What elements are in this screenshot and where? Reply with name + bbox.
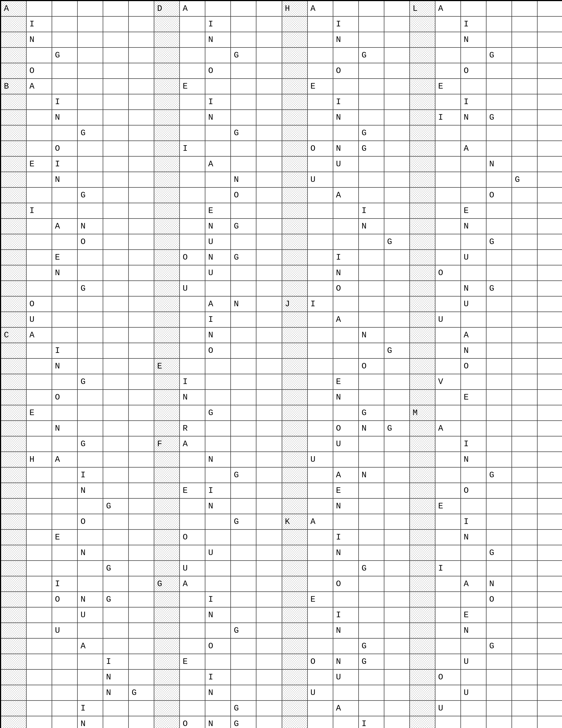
grid-cell — [384, 63, 410, 79]
grid-cell — [538, 701, 562, 716]
grid-cell — [180, 452, 205, 468]
grid-cell — [103, 48, 129, 63]
grid-cell — [257, 250, 282, 265]
grid-cell — [384, 219, 410, 234]
grid-cell — [180, 63, 205, 79]
grid-cell — [384, 701, 410, 716]
grid-cell — [384, 483, 410, 499]
grid-cell: G — [231, 701, 257, 716]
grid-cell — [154, 234, 180, 250]
grid-cell — [384, 390, 410, 405]
grid-cell — [180, 312, 205, 328]
grid-cell — [231, 499, 257, 514]
grid-cell — [410, 141, 435, 157]
grid-cell — [257, 110, 282, 125]
grid-cell: U — [205, 545, 231, 561]
grid-cell — [359, 452, 384, 468]
grid-cell — [129, 32, 154, 48]
grid-cell: O — [461, 63, 486, 79]
grid-cell — [410, 576, 435, 592]
grid-cell — [282, 623, 308, 639]
grid-cell — [282, 250, 308, 265]
grid-cell — [27, 343, 52, 359]
grid-cell: G — [359, 141, 384, 157]
grid-cell — [410, 483, 435, 499]
grid-cell: U — [52, 623, 78, 639]
grid-cell — [103, 203, 129, 219]
grid-cell — [282, 265, 308, 281]
grid-cell — [486, 125, 512, 141]
grid-cell — [461, 234, 486, 250]
grid-cell — [1, 63, 27, 79]
grid-cell — [410, 48, 435, 63]
grid-cell — [1, 374, 27, 390]
grid-cell — [410, 203, 435, 219]
grid-cell — [129, 483, 154, 499]
grid-cell: I — [52, 576, 78, 592]
grid-cell: G — [486, 545, 512, 561]
grid-cell — [359, 110, 384, 125]
grid-cell — [384, 157, 410, 172]
grid-cell — [282, 685, 308, 701]
grid-cell: N — [78, 716, 103, 728]
grid-cell — [231, 79, 257, 94]
grid-cell: I — [333, 530, 359, 545]
grid-cell — [257, 374, 282, 390]
grid-cell — [154, 374, 180, 390]
grid-cell — [538, 1, 562, 17]
grid-cell — [78, 623, 103, 639]
grid-cell: N — [359, 219, 384, 234]
grid-cell — [78, 157, 103, 172]
grid-cell — [359, 436, 384, 452]
grid-cell — [78, 359, 103, 374]
grid-cell — [154, 405, 180, 421]
grid-cell: I — [359, 203, 384, 219]
grid-cell — [205, 390, 231, 405]
grid-cell — [384, 265, 410, 281]
grid-cell — [52, 328, 78, 343]
grid-cell — [231, 530, 257, 545]
grid-cell: A — [52, 452, 78, 468]
grid-cell: G — [486, 234, 512, 250]
grid-cell — [308, 203, 333, 219]
grid-cell — [27, 188, 52, 203]
grid-cell — [78, 110, 103, 125]
grid-cell — [308, 639, 333, 654]
grid-cell: A — [461, 141, 486, 157]
grid-cell — [486, 530, 512, 545]
grid-cell — [154, 452, 180, 468]
grid-cell — [154, 219, 180, 234]
grid-cell — [333, 125, 359, 141]
grid-cell — [52, 514, 78, 530]
grid-cell: I — [461, 17, 486, 32]
grid-cell — [384, 48, 410, 63]
grid-cell: N — [333, 110, 359, 125]
grid-cell — [333, 172, 359, 188]
grid-cell — [410, 343, 435, 359]
grid-cell: C — [1, 328, 27, 343]
grid-cell — [538, 592, 562, 607]
grid-cell — [154, 499, 180, 514]
grid-cell — [103, 328, 129, 343]
grid-cell — [1, 670, 27, 685]
grid-cell — [103, 32, 129, 48]
grid-cell: G — [78, 374, 103, 390]
grid-cell — [282, 17, 308, 32]
grid-cell — [282, 94, 308, 110]
grid-cell — [435, 63, 461, 79]
grid-cell: G — [52, 48, 78, 63]
grid-cell: N — [333, 265, 359, 281]
grid-cell: A — [435, 1, 461, 17]
grid-cell — [78, 685, 103, 701]
grid-cell: O — [333, 63, 359, 79]
grid-cell — [27, 219, 52, 234]
grid-cell — [231, 452, 257, 468]
grid-cell — [52, 203, 78, 219]
grid-cell — [78, 654, 103, 670]
grid-cell — [359, 514, 384, 530]
grid-cell — [231, 1, 257, 17]
grid-cell: G — [486, 639, 512, 654]
grid-cell — [257, 32, 282, 48]
grid-cell — [103, 79, 129, 94]
grid-cell — [231, 312, 257, 328]
